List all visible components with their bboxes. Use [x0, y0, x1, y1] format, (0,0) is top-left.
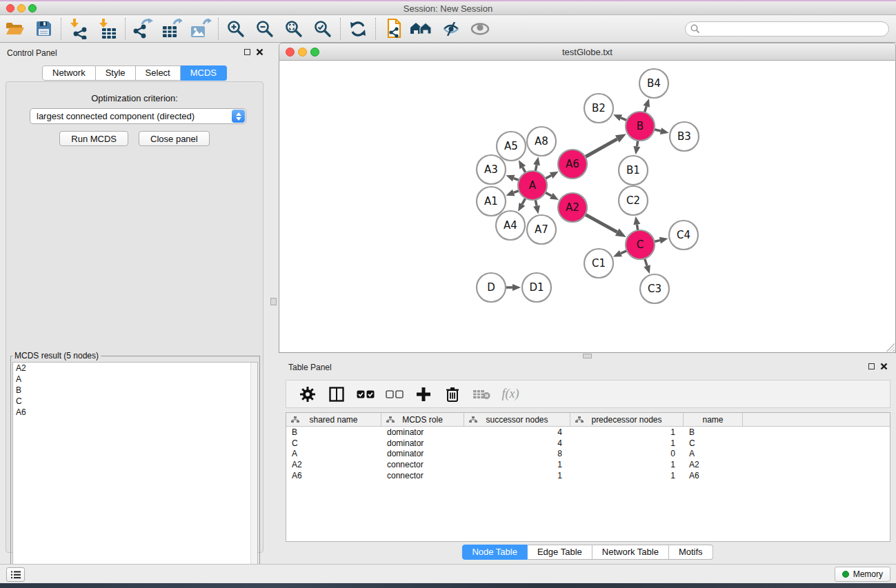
graph-edge-B-B1[interactable]	[637, 141, 637, 147]
column-header-successor-nodes[interactable]: successor nodes	[464, 413, 570, 426]
column-header-mcds-role[interactable]: MCDS role	[381, 413, 464, 426]
table-row[interactable]: A6 connector 1 1 A6	[286, 470, 890, 481]
cell-successor-nodes[interactable]: 1	[464, 460, 570, 469]
result-item[interactable]: A	[13, 374, 257, 385]
cell-name[interactable]: B	[684, 427, 743, 437]
mcds-result-list[interactable]: A2 A B C A6	[12, 362, 258, 581]
cell-predecessor-nodes[interactable]: 1	[570, 438, 684, 448]
tab-node-table[interactable]: Node Table	[461, 545, 528, 560]
cell-successor-nodes[interactable]: 8	[464, 449, 570, 458]
select-all-columns-icon[interactable]	[352, 383, 379, 405]
cell-shared-name[interactable]: A	[286, 449, 381, 458]
graph-edge-A-A4[interactable]	[522, 198, 526, 204]
horizontal-split-handle[interactable]	[583, 354, 592, 358]
cell-successor-nodes[interactable]: 1	[464, 471, 570, 480]
column-header-predecessor-nodes[interactable]: predecessor nodes	[570, 413, 684, 426]
graph-edge-A6-B[interactable]	[585, 139, 617, 157]
tab-select[interactable]: Select	[136, 65, 181, 81]
close-panel-icon[interactable]	[880, 363, 888, 370]
graph-edge-A2-C[interactable]	[585, 214, 617, 232]
graph-edge-A-A3[interactable]	[514, 179, 519, 181]
cell-mcds-role[interactable]: connector	[381, 471, 464, 480]
table-row[interactable]: B dominator 4 1 B	[286, 427, 890, 438]
cell-mcds-role[interactable]: dominator	[381, 438, 464, 448]
tab-network-table[interactable]: Network Table	[593, 545, 669, 560]
memory-button[interactable]: Memory	[835, 567, 890, 582]
float-panel-icon[interactable]	[244, 49, 250, 55]
clone-network-icon[interactable]	[379, 17, 408, 41]
graph-edge-A-A7[interactable]	[535, 200, 537, 206]
settings-gear-icon[interactable]	[295, 383, 321, 405]
cell-shared-name[interactable]: A2	[286, 460, 381, 469]
vertical-split-handle[interactable]	[270, 298, 277, 305]
tab-motifs[interactable]: Motifs	[669, 545, 713, 560]
export-image-icon[interactable]	[186, 17, 215, 41]
export-network-icon[interactable]	[128, 17, 157, 41]
close-panel-icon[interactable]	[256, 48, 263, 56]
column-header-name[interactable]: name	[684, 413, 743, 426]
show-all-icon[interactable]	[466, 17, 495, 41]
cell-name[interactable]: A6	[684, 471, 743, 480]
delete-column-icon[interactable]	[439, 383, 466, 405]
open-file-icon[interactable]	[0, 17, 29, 41]
import-table-icon[interactable]	[93, 17, 122, 41]
result-list-scrollbar[interactable]	[250, 363, 257, 580]
save-session-icon[interactable]	[29, 17, 58, 41]
result-item[interactable]: C	[13, 396, 257, 407]
task-history-button[interactable]	[6, 567, 25, 582]
cell-shared-name[interactable]: C	[286, 438, 381, 448]
cell-name[interactable]: C	[684, 438, 743, 448]
table-row[interactable]: A2 connector 1 1 A2	[286, 459, 890, 470]
table-row[interactable]: C dominator 4 1 C	[286, 438, 890, 449]
graph-edge-C-C4[interactable]	[654, 241, 659, 242]
cell-successor-nodes[interactable]: 4	[464, 427, 570, 437]
hide-selected-icon[interactable]	[437, 17, 466, 41]
cell-predecessor-nodes[interactable]: 1	[570, 427, 684, 437]
node-table[interactable]: shared name MCDS role	[286, 412, 890, 542]
graph-edge-C-C3[interactable]	[645, 258, 648, 266]
result-item[interactable]: B	[13, 385, 257, 396]
cell-shared-name[interactable]: A6	[286, 471, 381, 480]
search-input[interactable]	[685, 21, 889, 37]
cell-name[interactable]: A	[684, 449, 743, 458]
float-panel-icon[interactable]	[868, 363, 875, 369]
zoom-in-icon[interactable]	[221, 17, 250, 41]
network-canvas[interactable]: B4B2BB3A8A5A6A3B1AA1C2A2A4A7C4CC1DD1C3	[279, 61, 896, 353]
cell-successor-nodes[interactable]: 4	[464, 438, 570, 448]
split-columns-icon[interactable]	[323, 383, 350, 405]
graph-edge-C-C2[interactable]	[637, 225, 637, 231]
network-graph[interactable]: B4B2BB3A8A5A6A3B1AA1C2A2A4A7C4CC1DD1C3	[279, 61, 895, 352]
window-resize-grip[interactable]	[886, 343, 895, 352]
result-item[interactable]: A2	[13, 363, 257, 374]
graph-edge-A-A2[interactable]	[545, 192, 551, 196]
add-column-icon[interactable]	[410, 383, 437, 405]
tab-style[interactable]: Style	[96, 65, 136, 81]
column-header-shared-name[interactable]: shared name	[286, 413, 381, 426]
function-builder-icon[interactable]: f(x)	[497, 383, 524, 405]
cell-predecessor-nodes[interactable]: 1	[570, 460, 684, 469]
cell-mcds-role[interactable]: dominator	[381, 449, 464, 458]
tab-edge-table[interactable]: Edge Table	[528, 545, 593, 560]
cell-name[interactable]: A2	[684, 460, 743, 469]
run-mcds-button[interactable]: Run MCDS	[59, 131, 128, 146]
refresh-layout-icon[interactable]	[344, 17, 372, 41]
graph-edge-C-C1[interactable]	[621, 251, 627, 254]
cell-mcds-role[interactable]: dominator	[381, 427, 464, 437]
optimization-criterion-dropdown[interactable]: largest connected component (directed)	[30, 108, 246, 124]
cell-predecessor-nodes[interactable]: 1	[570, 471, 684, 480]
cell-mcds-role[interactable]: connector	[381, 460, 464, 469]
home-view-icon[interactable]	[408, 17, 437, 41]
tab-mcds[interactable]: MCDS	[181, 65, 227, 81]
close-panel-button[interactable]: Close panel	[139, 131, 210, 146]
graph-edge-B-B3[interactable]	[654, 130, 660, 131]
result-item[interactable]: A6	[13, 407, 257, 418]
graph-edge-B-B4[interactable]	[644, 106, 646, 112]
zoom-fit-icon[interactable]	[279, 17, 308, 41]
tab-network[interactable]: Network	[42, 65, 96, 81]
zoom-out-icon[interactable]	[250, 17, 279, 41]
graph-edge-B-B2[interactable]	[621, 118, 627, 121]
graph-edge-A-A5[interactable]	[523, 168, 526, 173]
zoom-selected-icon[interactable]	[308, 17, 337, 41]
cell-shared-name[interactable]: B	[286, 427, 381, 437]
delete-table-icon[interactable]	[468, 383, 495, 405]
